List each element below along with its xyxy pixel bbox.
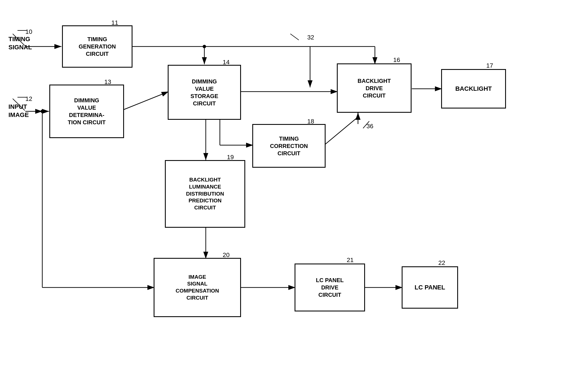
svg-line-19: [324, 117, 358, 145]
ref-14: 14: [223, 59, 229, 66]
ref-36: 36: [366, 123, 373, 130]
image-signal-block: IMAGESIGNALCOMPENSATIONCIRCUIT: [154, 258, 241, 317]
ref-11: 11: [111, 19, 118, 26]
timing-generation-block: TIMINGGENERATIONCIRCUIT: [62, 25, 132, 68]
svg-point-3: [41, 110, 44, 113]
ref-10: 10: [25, 28, 32, 36]
svg-point-8: [203, 45, 206, 48]
lc-panel-drive-block: LC PANELDRIVECIRCUIT: [295, 264, 365, 311]
ref-17: 17: [486, 62, 493, 69]
ref-18: 18: [307, 118, 314, 125]
ref-12: 12: [25, 95, 32, 103]
ref-21: 21: [347, 256, 353, 264]
ref-19: 19: [227, 154, 234, 161]
ref-22: 22: [438, 259, 445, 267]
ref-20: 20: [223, 251, 229, 259]
dimming-storage-block: DIMMINGVALUESTORAGECIRCUIT: [168, 65, 241, 120]
backlight-drive-block: BACKLIGHTDRIVECIRCUIT: [337, 63, 412, 113]
bl-luminance-block: BACKLIGHTLUMINANCEDISTRIBUTIONPREDICTION…: [165, 160, 245, 228]
svg-line-30: [290, 34, 299, 40]
ref-16: 16: [393, 56, 400, 64]
lc-panel-block: LC PANEL: [402, 266, 458, 309]
timing-signal-label: TIMINGSIGNAL: [8, 35, 32, 51]
dimming-determination-block: DIMMINGVALUEDETERMINA-TION CIRCUIT: [49, 85, 124, 138]
backlight-block: BACKLIGHT: [441, 69, 506, 109]
svg-line-14: [123, 92, 169, 110]
timing-correction-block: TIMINGCORRECTIONCIRCUIT: [252, 124, 326, 168]
ref-13: 13: [104, 78, 111, 86]
circuit-diagram: TIMINGSIGNAL 10 INPUTIMAGE 12 TIMINGGENE…: [0, 0, 588, 385]
ref-32: 32: [307, 34, 314, 41]
input-image-label: INPUTIMAGE: [8, 103, 29, 119]
